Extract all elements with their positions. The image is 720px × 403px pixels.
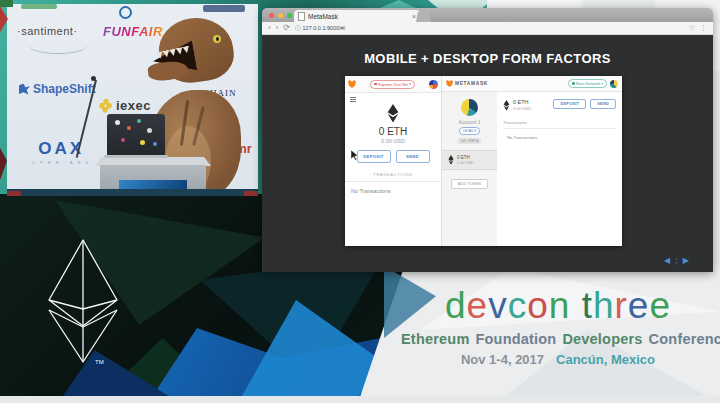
trex-pupil	[216, 37, 219, 41]
add-token-button[interactable]: ADD TOKEN	[451, 179, 488, 189]
network-dropdown[interactable]: Ropsten Test Net ▾	[370, 80, 415, 89]
account-identicon[interactable]	[610, 80, 618, 88]
devcon-title: devcon three	[398, 287, 718, 324]
back-icon[interactable]: ‹	[268, 24, 271, 32]
hamburger-menu-icon[interactable]	[350, 97, 441, 102]
empty-transactions-text: No Transactions	[345, 182, 441, 200]
prev-slide-arrow[interactable]: ◀	[664, 257, 670, 265]
event-date: Nov 1-4, 2017	[461, 352, 544, 367]
presentation-slide: MOBILE + DESKTOP FORM FACTORS Ropsten Te…	[262, 35, 713, 272]
iexec-label: iexec	[116, 98, 151, 113]
close-tab-icon[interactable]: ×	[412, 13, 416, 20]
account-name: Account 1	[458, 119, 480, 125]
network-status-dot	[572, 82, 575, 85]
stage-floor-accent	[7, 191, 21, 196]
address-short: 0x9...E8B	[461, 139, 475, 143]
event-location: Cancún, Mexico	[556, 352, 655, 367]
account-details-chip[interactable]: DETAILS	[459, 127, 480, 135]
browser-window: MetaMask × ‹ › ⟳ ⓘ 127.0.0.1:9000/#/ ☆ ⋮…	[262, 8, 713, 272]
cropped-sponsor-logo	[21, 4, 57, 9]
mobile-header: Ropsten Test Net ▾	[345, 76, 441, 93]
transactions-label: Transactions	[503, 120, 616, 129]
laptop-base	[104, 155, 168, 158]
copy-icon[interactable]: ⧉	[476, 139, 479, 143]
browser-tab-metamask[interactable]: MetaMask ×	[294, 10, 420, 22]
account-avatar[interactable]	[461, 99, 478, 116]
tab-title: MetaMask	[308, 13, 409, 20]
deposit-button[interactable]: DEPOSIT	[553, 99, 586, 109]
oax-sublabel: O P E N · A N X	[32, 160, 90, 165]
devcon-footer: devcon three EthereumFoundationDeveloper…	[398, 287, 718, 367]
asset-row-eth[interactable]: 0 ETH 0.00 USD	[442, 150, 497, 170]
send-button[interactable]: SEND	[396, 150, 430, 163]
sponsor-funfair: FUNFAIR	[103, 24, 163, 39]
forward-icon[interactable]: ›	[276, 24, 279, 32]
empty-transactions-text: No Transactions	[503, 135, 616, 140]
deposit-button[interactable]: DEPOSIT	[357, 150, 391, 163]
iexec-hex-icon	[99, 99, 113, 113]
wallet-mobile-panel: Ropsten Test Net ▾ 0 ETH 0.00 USD	[345, 76, 442, 246]
down-arrow-icon[interactable]: ▾	[675, 261, 678, 266]
bookmark-star-icon[interactable]: ☆	[689, 24, 695, 32]
minimize-window-button[interactable]	[278, 13, 283, 18]
account-address-chip[interactable]: 0x9...E8B ⧉	[458, 138, 481, 144]
mobile-balance-block: 0 ETH 0.00 USD	[345, 104, 441, 144]
mouse-cursor	[351, 150, 359, 161]
sponsor-shapeshift: ShapeShift	[19, 82, 96, 96]
eth-balance: 0 ETH	[379, 126, 407, 137]
send-button[interactable]: SEND	[590, 99, 616, 109]
bottom-bar	[0, 396, 720, 403]
close-window-button[interactable]	[269, 13, 274, 18]
new-tab-button[interactable]	[416, 12, 431, 22]
eth-diamond-icon	[448, 155, 454, 165]
browser-toolbar: ‹ › ⟳ ⓘ 127.0.0.1:9000/#/ ☆ ⋮	[262, 22, 713, 35]
stage-floor	[7, 189, 258, 196]
vertical-nav-arrows[interactable]: ▴ ▾	[675, 256, 678, 266]
devcon-livestream-frame: TM devcon three EthereumFoundationDevelo…	[0, 0, 720, 403]
bg-edge-sliver	[0, 0, 13, 7]
devcon-subtitle: EthereumFoundationDevelopersConference	[398, 331, 718, 347]
zoom-window-button[interactable]	[287, 13, 292, 18]
asset-detail-card: 0 ETH 0.00 USD DEPOSIT SEND Transactions	[497, 92, 622, 246]
cropped-sponsor-logo	[203, 5, 245, 12]
address-bar[interactable]: ⓘ 127.0.0.1:9000/#/	[295, 25, 684, 32]
next-slide-arrow[interactable]: ▶	[683, 257, 689, 265]
usd-balance: 0.00 USD	[513, 106, 531, 111]
sponsor-iexec: iexec	[99, 98, 151, 113]
metamask-screenshot: Ropsten Test Net ▾ 0 ETH 0.00 USD	[345, 76, 622, 246]
stage-floor-accent	[244, 191, 258, 196]
url-text[interactable]: 127.0.0.1:9000/#/	[303, 25, 346, 31]
laptop-with-stickers	[107, 114, 165, 156]
desktop-body: Account 1 DETAILS 0x9...E8B ⧉	[442, 92, 622, 246]
account-identicon[interactable]	[429, 80, 438, 89]
network-name: Main Network	[576, 81, 600, 86]
balance-row: 0 ETH 0.00 USD DEPOSIT SEND	[503, 99, 616, 111]
browser-menu-icon[interactable]: ⋮	[700, 24, 707, 32]
sponsor-oax: OAX O P E N · A N X	[32, 139, 90, 165]
page-info-icon[interactable]: ⓘ	[295, 25, 301, 32]
asset-balance: 0 ETH	[457, 155, 473, 160]
eth-diamond-icon	[503, 100, 510, 111]
santiment-arc	[29, 37, 87, 54]
speaker-video-feed: ·santiment· FUNFAIR ShapeShift iexec LYC…	[7, 4, 258, 196]
metamask-wordmark: METAMASK	[455, 81, 488, 86]
shapeshift-label: ShapeShift	[33, 82, 96, 96]
ethereum-wireframe-logo: TM	[45, 238, 121, 370]
shapeshift-fox-icon	[19, 84, 30, 95]
sponsor-ring-logo	[119, 6, 132, 19]
trademark-text: TM	[95, 359, 104, 365]
slide-title: MOBILE + DESKTOP FORM FACTORS	[262, 51, 713, 66]
network-dropdown[interactable]: Main Network ▾	[568, 79, 607, 88]
asset-usd: 0.00 USD	[457, 161, 473, 165]
slide-nav-controls: ◀ ▴ ▾ ▶	[664, 256, 689, 266]
metamask-fox-icon	[446, 80, 453, 87]
reload-icon[interactable]: ⟳	[283, 24, 290, 32]
browser-tab-bar: MetaMask ×	[262, 8, 713, 22]
desktop-header: METAMASK Main Network ▾	[442, 76, 622, 92]
network-status-dot	[374, 83, 377, 86]
account-sidebar: Account 1 DETAILS 0x9...E8B ⧉	[442, 92, 497, 246]
window-controls[interactable]	[269, 13, 292, 18]
wallet-desktop-panel: METAMASK Main Network ▾	[442, 76, 622, 246]
chevron-down-icon: ▾	[601, 82, 603, 86]
metamask-fox-icon	[348, 80, 356, 88]
